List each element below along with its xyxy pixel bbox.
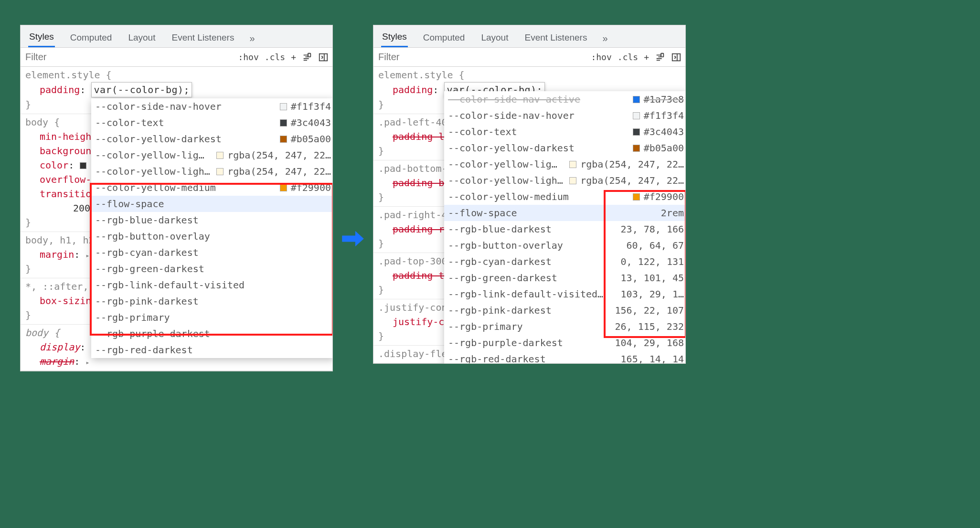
styles-toolbar: :hov .cls + [373, 48, 685, 67]
property-name[interactable]: box-sizin [40, 295, 91, 306]
autocomplete-value: 26, 115, 232 [615, 319, 684, 334]
autocomplete-item[interactable]: --color-yellow-medium#f29900 [91, 180, 333, 196]
autocomplete-name: --color-yellow-darkest [95, 132, 276, 146]
autocomplete-item[interactable]: --color-text#3c4043 [91, 115, 333, 131]
autocomplete-value: #f1f3f4 [644, 108, 684, 123]
autocomplete-value: 104, 29, 168 [615, 336, 684, 350]
autocomplete-item[interactable]: --rgb-blue-darkest [91, 212, 333, 228]
autocomplete-item[interactable]: --rgb-cyan-darkest0, 122, 131 [444, 253, 686, 270]
cls-toggle[interactable]: .cls [618, 52, 638, 62]
autocomplete-name: --rgb-green-darkest [448, 271, 617, 285]
autocomplete-item[interactable]: --color-yellow-lig…rgba(254, 247, 22… [444, 156, 686, 172]
tab-layout[interactable]: Layout [480, 30, 509, 47]
tab-computed[interactable]: Computed [69, 30, 113, 47]
autocomplete-item[interactable]: --color-yellow-ligh…rgba(254, 247, 22… [91, 163, 333, 180]
property-name[interactable]: margin [40, 356, 74, 367]
panel-toggle-icon[interactable] [671, 52, 682, 63]
brush-icon[interactable] [302, 52, 312, 63]
property-name[interactable]: transition [40, 188, 97, 200]
autocomplete-value: #3c4043 [644, 125, 684, 139]
autocomplete-name: --rgb-cyan-darkest [95, 245, 331, 260]
property-name[interactable]: justify-c [393, 316, 444, 327]
autocomplete-popup[interactable]: --color-side-nav-hover#f1f3f4--color-tex… [91, 98, 333, 358]
autocomplete-value: 2rem [661, 206, 684, 220]
color-swatch [216, 168, 224, 175]
autocomplete-item[interactable]: --color-yellow-medium#f29900 [444, 189, 686, 205]
autocomplete-item[interactable]: --rgb-link-default-visited…103, 29, 1… [444, 286, 686, 302]
autocomplete-item[interactable]: --flow-space [91, 196, 333, 212]
property-name[interactable]: padding-t [393, 270, 444, 281]
autocomplete-item[interactable]: --rgb-purple-darkest [91, 326, 333, 342]
new-rule-button[interactable]: + [291, 52, 296, 62]
autocomplete-value: #b05a00 [644, 141, 684, 155]
autocomplete-item[interactable]: --color-yellow-lig…rgba(254, 247, 22… [91, 147, 333, 163]
tab-event-listeners[interactable]: Event Listeners [170, 30, 235, 47]
autocomplete-item[interactable]: --rgb-blue-darkest23, 78, 166 [444, 221, 686, 237]
autocomplete-item[interactable]: --rgb-purple-darkest104, 29, 168 [444, 335, 686, 351]
property-name[interactable]: padding [393, 84, 433, 95]
autocomplete-item[interactable]: --rgb-green-darkest13, 101, 45 [444, 270, 686, 286]
autocomplete-item[interactable]: --color-text#3c4043 [444, 124, 686, 140]
autocomplete-item[interactable]: --rgb-button-overlay60, 64, 67 [444, 237, 686, 253]
autocomplete-item[interactable]: --rgb-red-darkest [91, 342, 333, 358]
hov-toggle[interactable]: :hov [238, 52, 258, 62]
property-name[interactable]: overflow- [40, 174, 91, 185]
tab-layout[interactable]: Layout [127, 30, 156, 47]
autocomplete-item[interactable]: --color-side-nav-hover#f1f3f4 [444, 107, 686, 124]
autocomplete-item[interactable]: --rgb-link-default-visited [91, 277, 333, 293]
autocomplete-item[interactable]: --rgb-green-darkest [91, 261, 333, 277]
autocomplete-name: --rgb-button-overlay [448, 238, 623, 253]
autocomplete-item[interactable]: --rgb-primary [91, 309, 333, 326]
autocomplete-item[interactable]: --color-yellow-ligh…rgba(254, 247, 22… [444, 172, 686, 189]
hov-toggle[interactable]: :hov [591, 52, 611, 62]
autocomplete-name: --color-yellow-ligh… [448, 173, 565, 188]
color-swatch [633, 112, 640, 119]
property-name[interactable]: padding-l [393, 131, 444, 142]
tab-event-listeners[interactable]: Event Listeners [523, 30, 588, 47]
autocomplete-name: --rgb-primary [95, 310, 331, 325]
autocomplete-item[interactable]: --rgb-red-darkest165, 14, 14 [444, 351, 686, 364]
autocomplete-item[interactable]: --rgb-primary26, 115, 232 [444, 318, 686, 335]
tab-computed[interactable]: Computed [422, 30, 466, 47]
color-swatch [569, 177, 576, 184]
autocomplete-item[interactable]: --flow-space2rem [444, 205, 686, 221]
brush-icon[interactable] [655, 52, 665, 63]
autocomplete-item[interactable]: --rgb-pink-darkest156, 22, 107 [444, 302, 686, 318]
tab-styles[interactable]: Styles [28, 29, 55, 47]
property-name[interactable]: padding-b [393, 177, 444, 189]
autocomplete-item[interactable]: --color-side-nav-hover#f1f3f4 [91, 98, 333, 115]
tabs-overflow-icon[interactable]: » [602, 33, 607, 44]
autocomplete-name: --rgb-purple-darkest [448, 336, 611, 350]
autocomplete-item[interactable]: --rgb-button-overlay [91, 228, 333, 244]
property-name[interactable]: color [40, 159, 68, 171]
property-name[interactable]: display [40, 341, 80, 353]
property-name[interactable]: padding [40, 84, 80, 95]
autocomplete-item[interactable]: --rgb-pink-darkest [91, 293, 333, 309]
panel-toggle-icon[interactable] [318, 52, 329, 63]
new-rule-button[interactable]: + [644, 52, 649, 62]
autocomplete-value: #f29900 [644, 190, 684, 204]
autocomplete-value: #f1f3f4 [291, 99, 331, 114]
autocomplete-name: --rgb-primary [448, 319, 611, 334]
autocomplete-item[interactable]: --color-yellow-darkest#b05a00 [444, 140, 686, 156]
devtools-panel-after: Styles Computed Layout Event Listeners »… [373, 25, 686, 364]
autocomplete-item[interactable]: --rgb-cyan-darkest [91, 244, 333, 261]
filter-input[interactable] [24, 50, 232, 64]
property-name[interactable]: background [40, 145, 97, 157]
property-name[interactable]: padding-r [393, 223, 444, 235]
tab-styles[interactable]: Styles [381, 29, 408, 47]
expand-triangle-icon[interactable]: ▸ [85, 252, 89, 259]
autocomplete-item[interactable]: --color-yellow-darkest#b05a00 [91, 131, 333, 147]
filter-input[interactable] [377, 50, 585, 64]
property-name[interactable]: min-height [40, 131, 97, 142]
property-value-editing[interactable]: var(--color-bg); [91, 82, 192, 97]
autocomplete-value: 156, 22, 107 [615, 303, 684, 317]
autocomplete-value: #3c4043 [291, 116, 331, 130]
color-swatch[interactable] [80, 162, 86, 169]
autocomplete-popup[interactable]: color side nav active #1a73e8 --color-si… [444, 91, 686, 364]
autocomplete-item[interactable]: color side nav active #1a73e8 [444, 91, 686, 107]
cls-toggle[interactable]: .cls [265, 52, 285, 62]
tabs-overflow-icon[interactable]: » [249, 33, 255, 44]
expand-triangle-icon[interactable]: ▸ [85, 359, 89, 366]
property-name[interactable]: margin [40, 249, 74, 260]
